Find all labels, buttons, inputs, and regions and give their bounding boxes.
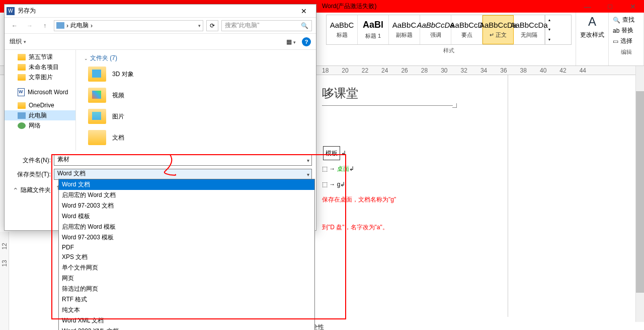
dialog-title: 另存为 (18, 7, 294, 15)
filename-input[interactable]: 素材 ▾ (54, 155, 312, 166)
filetype-option[interactable]: 启用宏的 Word 模板 (59, 222, 314, 232)
help-icon[interactable]: ? (302, 37, 311, 46)
filetype-option[interactable]: 筛选过的网页 (59, 284, 314, 294)
styles-gallery[interactable]: AaBbC标题AaBl标题 1AaBbC副标题AaBbCcDa强调AaBbCcD… (326, 15, 572, 45)
doc-template-box: 模板 (323, 146, 340, 160)
style-item-要点[interactable]: AaBbCcD要点 (451, 15, 482, 44)
chevron-up-icon: ⌃ (13, 186, 19, 194)
styles-more-button[interactable]: ▴▾▾ (545, 15, 553, 44)
navigation-tree[interactable]: 第五节课未命名项目文章图片Microsoft WordOneDrive此电脑网络 (5, 50, 76, 151)
filetype-option[interactable]: Word 97-2003 模板 (59, 232, 314, 243)
tree-item-此电脑[interactable]: 此电脑 (5, 110, 75, 120)
search-input[interactable]: 搜索"此电脑" 🔍 (221, 20, 312, 31)
folder-item-3D 对象[interactable]: 3D 对象 (88, 67, 310, 82)
styles-group: AaBbC标题AaBl标题 1AaBbC副标题AaBbCcDa强调AaBbCcD… (322, 13, 576, 65)
replace-button[interactable]: ab替换 (611, 25, 641, 36)
select-button[interactable]: ▭选择 (611, 36, 641, 46)
filetype-option[interactable]: Word 模板 (59, 211, 314, 222)
nav-up-button[interactable]: ↑ (39, 20, 51, 32)
doc-content: 模板↲ ⬚ → 桌面↲ ⬚ → g↲ 保存在桌面，文档名称为"g" 到"D 盘"… (322, 146, 508, 234)
style-item-副标题[interactable]: AaBbC副标题 (389, 15, 420, 44)
filetype-option[interactable]: Word XML 文档 (59, 315, 314, 326)
close-button[interactable]: ✕ (621, 0, 644, 13)
dialog-titlebar: W 另存为 ✕ (5, 5, 316, 18)
search-icon: 🔍 (301, 22, 308, 29)
content-section-header[interactable]: ⌄ 文件夹 (7) (82, 53, 310, 63)
filetype-option[interactable]: XPS 文档 (59, 252, 314, 262)
filetype-select[interactable]: Word 文档 ▾ (54, 169, 312, 180)
filetype-option[interactable]: 网页 (59, 273, 314, 284)
organize-button[interactable]: 组织 (10, 37, 22, 46)
doc-g-text: g (337, 181, 341, 188)
refresh-button[interactable]: ⟳ (206, 20, 218, 31)
dialog-toolbar: 组织 ▾ ▦ ▾ ? (5, 34, 316, 50)
content-panel[interactable]: ⌄ 文件夹 (7) 3D 对象视频图片文档 (76, 50, 316, 151)
folder-icon (18, 54, 26, 60)
style-item-标题 1[interactable]: AaBl标题 1 (358, 15, 389, 44)
chevron-down-icon[interactable]: ▾ (307, 172, 309, 177)
document-page[interactable]: 哆课堂 模板↲ ⬚ → 桌面↲ ⬚ → g↲ 保存在桌面，文档名称为"g" 到"… (322, 75, 508, 317)
folder-icon (88, 67, 106, 82)
tree-item-Microsoft Word[interactable]: Microsoft Word (5, 87, 75, 97)
address-bar[interactable]: › 此电脑 › ▾ (54, 20, 203, 31)
filetype-option[interactable]: PDF (59, 243, 314, 252)
minimize-button[interactable]: — (576, 0, 599, 13)
folder-icon (18, 74, 26, 81)
tree-item-文章图片[interactable]: 文章图片 (5, 72, 75, 82)
style-item-无间隔[interactable]: AaBbCcDa无间隔 (514, 15, 545, 44)
folder-item-视频[interactable]: 视频 (88, 88, 310, 103)
view-options-button[interactable]: ▦ ▾ (286, 38, 296, 45)
style-item-正文[interactable]: AaBbCcDa↵ 正文 (482, 15, 514, 44)
pc-icon (56, 22, 64, 29)
nav-back-button[interactable]: ← (9, 20, 21, 32)
tree-item-未命名项目[interactable]: 未命名项目 (5, 62, 75, 72)
filetype-option[interactable]: Word 文档 (59, 179, 314, 190)
doc-red-note-2: 到"D 盘"，名字改为"a"。 (322, 221, 508, 234)
chevron-down-icon[interactable]: ▾ (307, 158, 309, 163)
change-style-button[interactable]: A 更改样式 (580, 15, 604, 39)
edit-group: 🔍查找 ab替换 ▭选择 编辑 (609, 13, 644, 65)
folder-icon (18, 64, 26, 71)
filetype-option[interactable]: 纯文本 (59, 305, 314, 315)
folder-icon (18, 102, 26, 109)
tree-item-网络[interactable]: 网络 (5, 120, 75, 130)
edit-group-label: 编辑 (611, 46, 641, 58)
pc-icon (18, 112, 26, 119)
find-button[interactable]: 🔍查找 (611, 15, 641, 25)
change-style-label: 更改样式 (580, 31, 604, 39)
filetype-option[interactable]: 单个文件网页 (59, 262, 314, 273)
folder-icon (88, 109, 106, 124)
folder-grid: 3D 对象视频图片文档 (82, 67, 310, 145)
tree-item-第五节课[interactable]: 第五节课 (5, 52, 75, 62)
doc-divider (322, 105, 453, 106)
find-icon: 🔍 (613, 17, 620, 24)
maximize-button[interactable]: □ (599, 0, 621, 13)
window-controls: — □ ✕ (576, 0, 644, 13)
filetype-option[interactable]: 启用宏的 Word 文档 (59, 190, 314, 201)
folder-icon (88, 130, 106, 145)
doc-desktop-text: 桌面 (337, 165, 349, 172)
net-icon (18, 122, 26, 129)
filetype-dropdown[interactable]: Word 文档启用宏的 Word 文档Word 97-2003 文档Word 模… (58, 179, 315, 330)
dialog-body: 第五节课未命名项目文章图片Microsoft WordOneDrive此电脑网络… (5, 50, 316, 151)
dialog-close-button[interactable]: ✕ (294, 5, 314, 18)
filetype-option[interactable]: RTF 格式 (59, 294, 314, 305)
tree-item-OneDrive[interactable]: OneDrive (5, 100, 75, 110)
folder-item-图片[interactable]: 图片 (88, 109, 310, 124)
chevron-down-icon[interactable]: ▾ (24, 39, 26, 44)
vertical-scrollbar[interactable] (635, 66, 644, 322)
chevron-down-icon[interactable]: ▾ (198, 23, 201, 28)
replace-icon: ab (613, 27, 619, 34)
folder-icon (88, 88, 106, 103)
style-item-标题[interactable]: AaBbC标题 (327, 15, 358, 44)
filetype-option[interactable]: Word 97-2003 文档 (59, 201, 314, 211)
hide-folders-toggle[interactable]: ⌃ 隐藏文件夹 (13, 186, 51, 194)
vertical-ruler: 1213 (0, 232, 9, 330)
folder-item-文档[interactable]: 文档 (88, 130, 310, 145)
scrollbar-thumb[interactable] (636, 91, 644, 293)
style-item-强调[interactable]: AaBbCcDa强调 (420, 15, 451, 44)
doc-red-note-1: 保存在桌面，文档名称为"g" (322, 193, 508, 206)
nav-forward-button[interactable]: → (24, 20, 36, 32)
filetype-option[interactable]: Word 2003 XML 文档 (59, 326, 314, 330)
filename-label: 文件名(N): (9, 156, 54, 165)
